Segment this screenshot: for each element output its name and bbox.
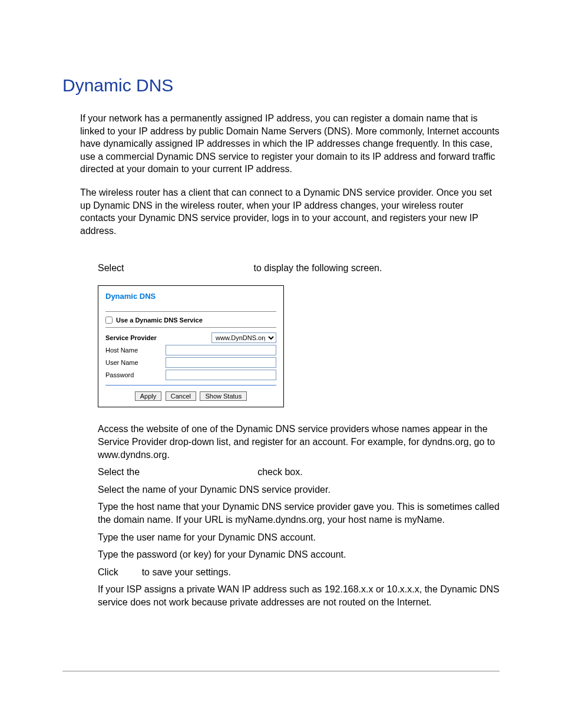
step-1: Access the website of one of the Dynamic… bbox=[98, 423, 500, 461]
apply-button[interactable]: Apply bbox=[135, 391, 162, 401]
step-5: Type the user name for your Dynamic DNS … bbox=[98, 531, 500, 544]
user-name-input[interactable] bbox=[166, 357, 276, 368]
password-input[interactable] bbox=[166, 370, 276, 380]
step-2-prefix: Select the bbox=[98, 467, 140, 477]
paragraph-2: The wireless router has a client that ca… bbox=[62, 186, 500, 237]
select-prefix: Select bbox=[98, 263, 124, 273]
step-7: Clickto save your settings. bbox=[98, 566, 500, 579]
divider bbox=[105, 311, 276, 312]
step-7-prefix: Click bbox=[98, 567, 118, 577]
paragraph-1: If your network has a permanently assign… bbox=[62, 112, 500, 176]
divider bbox=[105, 327, 276, 328]
step-7-suffix: to save your settings. bbox=[142, 567, 231, 577]
service-provider-select[interactable]: www.DynDNS.org bbox=[211, 332, 276, 343]
user-name-label: User Name bbox=[105, 359, 138, 366]
host-name-label: Host Name bbox=[105, 347, 138, 354]
page-title: Dynamic DNS bbox=[62, 75, 500, 95]
step-8: If your ISP assigns a private WAN IP add… bbox=[98, 583, 500, 608]
step-2-suffix: check box. bbox=[257, 467, 302, 477]
ddns-panel: Dynamic DNS Use a Dynamic DNS Service Se… bbox=[98, 285, 284, 407]
select-suffix: to display the following screen. bbox=[253, 263, 382, 273]
show-status-button[interactable]: Show Status bbox=[200, 391, 247, 401]
service-provider-label: Service Provider bbox=[105, 334, 157, 341]
step-2: Select thecheck box. bbox=[98, 466, 500, 479]
password-label: Password bbox=[105, 371, 134, 378]
use-ddns-label: Use a Dynamic DNS Service bbox=[116, 317, 203, 324]
steps-block: Access the website of one of the Dynamic… bbox=[62, 423, 500, 608]
step-3: Select the name of your Dynamic DNS serv… bbox=[98, 483, 500, 496]
panel-title: Dynamic DNS bbox=[105, 292, 276, 301]
select-instruction: Selectto display the following screen. bbox=[62, 263, 500, 274]
step-4: Type the host name that your Dynamic DNS… bbox=[98, 500, 500, 526]
footer-divider bbox=[62, 671, 500, 671]
step-6: Type the password (or key) for your Dyna… bbox=[98, 548, 500, 561]
divider bbox=[105, 385, 276, 386]
cancel-button[interactable]: Cancel bbox=[166, 391, 196, 401]
host-name-input[interactable] bbox=[166, 345, 276, 355]
use-ddns-checkbox[interactable] bbox=[105, 317, 113, 324]
